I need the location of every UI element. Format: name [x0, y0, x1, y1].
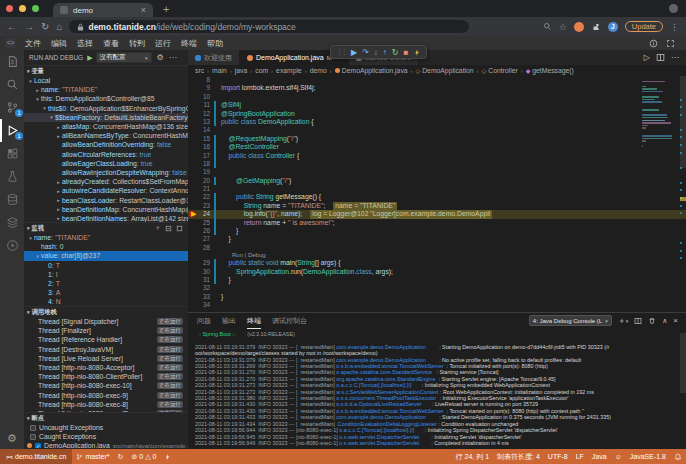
panel-tab-调试控制台[interactable]: 调试控制台 [272, 313, 307, 329]
new-tab-button[interactable]: + [163, 3, 169, 15]
explorer-icon[interactable] [0, 50, 24, 73]
profile-avatar[interactable]: J [608, 22, 618, 32]
breadcrumb-item[interactable]: ◇Controller [482, 67, 518, 74]
step-into-icon[interactable]: ↓ [374, 48, 378, 57]
gutter-glyph[interactable] [188, 135, 199, 143]
code-line-22[interactable]: 22 public String getMessage() { [188, 193, 686, 201]
thread-row[interactable]: Thread [Live Reload Server]正在运行 [24, 354, 188, 363]
eol-status[interactable]: LF [572, 449, 588, 464]
variable-row[interactable]: ▸beanDefinitionMap:ConcurrentHashMap@141… [24, 205, 188, 214]
thread-row[interactable]: Thread [DestroyJavaVM]正在运行 [24, 345, 188, 354]
variable-row[interactable]: 1:I [24, 270, 188, 279]
breakpoint-glyph-icon[interactable]: ▶ [188, 210, 199, 218]
gutter-glyph[interactable] [188, 143, 199, 151]
gutter-glyph[interactable] [188, 126, 199, 134]
run-debug-icon[interactable]: 1 [0, 119, 24, 142]
hot-code-replace-icon[interactable] [413, 48, 421, 57]
code-line-8[interactable]: 8 [188, 76, 686, 84]
editor-scrollbar[interactable] [680, 76, 686, 168]
code-line-32[interactable]: 32 [188, 284, 686, 292]
gutter-glyph[interactable] [188, 160, 199, 168]
variable-row[interactable]: allowCircularReferences:true [24, 150, 188, 159]
encoding-status[interactable]: UTF-8 [544, 449, 572, 464]
menu-item-帮助[interactable]: 帮助 [202, 38, 228, 49]
jdk-status[interactable]: JavaSE-1.8 [626, 449, 670, 464]
notifications-bell-icon[interactable] [670, 449, 686, 464]
gutter-glyph[interactable] [188, 84, 199, 92]
variable-row[interactable]: hash:0 [24, 242, 188, 251]
breadcrumb-item[interactable]: com [255, 67, 268, 74]
tab-search-icon[interactable] [669, 4, 678, 13]
code-line-31[interactable]: 31 } [188, 276, 686, 284]
split-editor-icon[interactable] [656, 53, 665, 62]
more-actions-icon[interactable]: ⋯ [169, 53, 177, 62]
add-watch-icon[interactable]: ＋ [154, 223, 161, 233]
variable-row[interactable]: ▾this:DemoApplication$Controller@85 [24, 94, 188, 103]
variable-row[interactable]: 0:T [24, 261, 188, 270]
power-icon[interactable] [0, 234, 24, 257]
breadcrumb-item[interactable]: demo [310, 67, 327, 74]
code-line-27[interactable]: 27 } [188, 235, 686, 243]
menu-item-文件[interactable]: 文件 [20, 38, 46, 49]
debug-status-icon[interactable] [160, 449, 175, 464]
test-icon[interactable] [0, 165, 24, 188]
debug-config-select[interactable]: 没有配置 ▾ [96, 52, 152, 63]
code-line-9[interactable]: 9import lombok.extern.slf4j.Slf4j; [188, 84, 686, 92]
menu-item-编辑[interactable]: 编辑 [46, 38, 72, 49]
gutter-glyph[interactable] [188, 101, 199, 109]
variable-row[interactable]: ▸beanClassLoader:RestartClassLoader@140 [24, 195, 188, 204]
variable-row[interactable]: allowBeanDefinitionOverriding:false [24, 140, 188, 149]
code-line-23[interactable]: 23 String name = "TITANIDE";name = "TITA… [188, 202, 686, 210]
terminal-select[interactable]: 4: Java Debug Console (L▾ [529, 315, 612, 326]
breakpoints-section-header[interactable]: ▾断点 [24, 413, 188, 423]
code-line-17[interactable]: 17 public class Controller { [188, 152, 686, 160]
watch-section-header[interactable]: ▾监视 ＋ [24, 223, 188, 233]
language-mode[interactable]: Java [588, 449, 611, 464]
thread-row[interactable]: Thread [http-nio-8080-Acceptor]正在运行 [24, 363, 188, 372]
gutter-glyph[interactable] [188, 152, 199, 160]
settings-gear-icon[interactable]: ⚙ [0, 432, 24, 445]
address-bar[interactable]: demo.titanide.cn/ide/web/coding/demo/my-… [69, 20, 469, 33]
variable-row[interactable]: ▸allBeanNamesByType:ConcurrentHashMap@13… [24, 131, 188, 140]
git-branch-status[interactable]: master* [72, 449, 113, 464]
variable-row[interactable]: allowRawInjectionDespiteWrapping:false [24, 168, 188, 177]
variable-row[interactable]: ▸aliasMap:ConcurrentHashMap@136 size=1 [24, 122, 188, 131]
new-terminal-icon[interactable]: ＋▾ [618, 315, 629, 326]
breadcrumb-item[interactable]: main [212, 67, 227, 74]
forward-icon[interactable]: → [24, 22, 34, 32]
thread-row[interactable]: Thread [http-nio-8080-ClientPoller]正在运行 [24, 372, 188, 381]
source-control-icon[interactable]: 1 [0, 96, 24, 119]
breadcrumb-item[interactable]: DemoApplication.java [335, 67, 408, 74]
variable-row[interactable]: ▾value:char[8]@237 [24, 251, 188, 260]
breakpoint-row[interactable]: ✓DemoApplication.javasrc/main/java/com/e… [24, 441, 188, 448]
code-line-26[interactable]: 26 } [188, 227, 686, 235]
variable-row[interactable]: ▸name:"TITANIDE" [24, 85, 188, 94]
panel-tab-输出[interactable]: 输出 [222, 313, 236, 329]
code-line-16[interactable]: 16 @RestController [188, 143, 686, 151]
code-line-28[interactable]: 28 [188, 244, 686, 252]
run-icon[interactable]: ▷ [644, 53, 650, 62]
code-line-18[interactable]: 18 [188, 160, 686, 168]
cursor-position[interactable]: 行 24, 列 1 [452, 449, 493, 464]
variable-row[interactable]: ▸autowireCandidateResolver:ContextAnnota… [24, 186, 188, 195]
thread-row[interactable]: Thread [Reference Handler]正在运行 [24, 335, 188, 344]
close-section-icon[interactable] [176, 225, 183, 232]
bookmark-star-icon[interactable]: ☆ [559, 22, 567, 32]
code-line-20[interactable]: 20 @GetMapping("/") [188, 177, 686, 185]
search-icon[interactable] [543, 22, 552, 31]
breadcrumb-item[interactable]: example [276, 67, 302, 74]
indentation-status[interactable]: 制表符长度: 4 [493, 449, 544, 464]
drag-handle[interactable]: ⋮⋮ [336, 48, 346, 56]
breakpoint-checkbox[interactable] [30, 434, 36, 440]
code-line-10[interactable]: 10 [188, 93, 686, 101]
stop-icon[interactable]: ■ [404, 48, 409, 57]
window-minimize-button[interactable] [19, 5, 26, 12]
back-icon[interactable]: ← [7, 22, 17, 32]
variable-row[interactable]: 3:A [24, 288, 188, 297]
layers-icon[interactable] [0, 211, 24, 234]
callstack-section-header[interactable]: ▾调用堆栈 [24, 307, 188, 317]
problems-status[interactable]: ⊘0 △0 [127, 449, 160, 464]
window-close-button[interactable] [6, 5, 13, 12]
gutter-glyph[interactable] [188, 177, 199, 185]
breakpoint-row[interactable]: Uncaught Exceptions [24, 423, 188, 432]
